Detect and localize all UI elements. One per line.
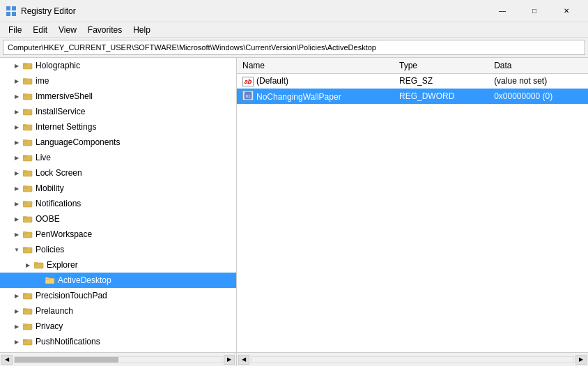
expand-icon[interactable]: ▶ bbox=[11, 293, 22, 299]
minimize-button[interactable]: — bbox=[486, 0, 518, 22]
folder-icon bbox=[22, 107, 33, 116]
tree-item-label: Lock Screen bbox=[36, 168, 82, 178]
folder-icon bbox=[22, 137, 33, 147]
svg-rect-27 bbox=[23, 170, 26, 171]
app-icon bbox=[6, 6, 17, 17]
right-hscroll[interactable]: ◀ ▶ bbox=[237, 353, 588, 366]
svg-rect-48 bbox=[45, 277, 49, 279]
tree-item-label: Holographic bbox=[36, 61, 80, 70]
address-text: Computer\HKEY_CURRENT_USER\SOFTWARE\Micr… bbox=[8, 43, 376, 52]
folder-icon bbox=[22, 306, 33, 316]
registry-table: Name Type Data ab(Default) REG_SZ (value… bbox=[237, 58, 588, 104]
expand-icon[interactable]: ▶ bbox=[22, 262, 33, 268]
tree-item-label: Prelaunch bbox=[36, 306, 73, 316]
tree-item-label: Policies bbox=[36, 245, 64, 254]
expand-icon[interactable]: ▶ bbox=[11, 93, 22, 100]
tree-item[interactable]: ▶ Holographic bbox=[0, 58, 236, 73]
tree-item[interactable]: ActiveDesktop bbox=[0, 273, 236, 288]
folder-icon bbox=[22, 321, 33, 331]
svg-rect-30 bbox=[23, 185, 26, 187]
menu-view[interactable]: View bbox=[53, 24, 82, 36]
registry-row[interactable]: 01 NoChangingWallPaper REG_DWORD 0x00000… bbox=[237, 89, 588, 104]
tree-item[interactable]: ▼ Policies bbox=[0, 242, 236, 257]
tree-hscrollbar[interactable] bbox=[14, 356, 222, 363]
folder-icon bbox=[22, 291, 33, 300]
bottom-bar: ◀ ▶ ◀ ▶ bbox=[0, 352, 588, 366]
expand-icon[interactable]: ▶ bbox=[11, 201, 22, 207]
col-type: Type bbox=[394, 58, 488, 73]
expand-icon[interactable]: ▶ bbox=[11, 185, 22, 192]
collapse-icon[interactable]: ▼ bbox=[11, 247, 22, 253]
right-scroll-left-btn[interactable]: ◀ bbox=[238, 355, 249, 365]
window-controls: — □ ✕ bbox=[486, 0, 582, 22]
tree-item[interactable]: ▶ InstallService bbox=[0, 104, 236, 119]
svg-rect-54 bbox=[23, 308, 26, 310]
tree-item[interactable]: ▶ Internet Settings bbox=[0, 119, 236, 135]
svg-rect-9 bbox=[23, 78, 26, 79]
tree-item[interactable]: ▶ LanguageComponents bbox=[0, 135, 236, 150]
tree-item[interactable]: ▶ Notifications bbox=[0, 196, 236, 211]
svg-rect-42 bbox=[23, 247, 26, 248]
svg-rect-0 bbox=[6, 6, 10, 10]
col-name: Name bbox=[237, 58, 394, 73]
folder-icon bbox=[22, 214, 33, 224]
svg-rect-2 bbox=[6, 12, 10, 16]
close-button[interactable]: ✕ bbox=[550, 0, 582, 22]
tree-item[interactable]: ▶ Explorer bbox=[0, 257, 236, 273]
expand-icon[interactable]: ▶ bbox=[11, 308, 22, 314]
scroll-left-btn[interactable]: ◀ bbox=[1, 355, 13, 365]
folder-icon bbox=[22, 91, 33, 101]
tree-item-label: ImmersiveShell bbox=[36, 91, 93, 101]
reg-data: (value not set) bbox=[488, 73, 588, 89]
folder-icon bbox=[22, 337, 33, 346]
reg-name: 01 NoChangingWallPaper bbox=[237, 89, 394, 104]
expand-icon[interactable]: ▶ bbox=[11, 124, 22, 130]
scroll-right-btn[interactable]: ▶ bbox=[224, 355, 235, 365]
menu-file[interactable]: File bbox=[3, 24, 27, 36]
folder-icon bbox=[22, 153, 33, 162]
reg-type-icon: ab bbox=[242, 77, 254, 86]
expand-icon[interactable]: ▶ bbox=[11, 339, 22, 345]
menu-edit[interactable]: Edit bbox=[27, 24, 53, 36]
tree-item-label: InstallService bbox=[36, 107, 85, 116]
menu-help[interactable]: Help bbox=[127, 24, 156, 36]
tree-item[interactable]: ▶ PenWorkspace bbox=[0, 227, 236, 242]
tree-item[interactable]: ▶ Live bbox=[0, 150, 236, 165]
tree-item-label: Live bbox=[36, 153, 51, 162]
menu-favorites[interactable]: Favorites bbox=[82, 24, 127, 36]
tree-item[interactable]: ▶ Mobility bbox=[0, 181, 236, 196]
svg-rect-15 bbox=[23, 109, 26, 110]
expand-icon[interactable]: ▶ bbox=[11, 63, 22, 69]
tree-item[interactable]: ▶ OOBE bbox=[0, 211, 236, 227]
reg-name: ab(Default) bbox=[237, 73, 394, 89]
tree-item[interactable]: ▶ PrecisionTouchPad bbox=[0, 288, 236, 303]
expand-icon[interactable]: ▶ bbox=[11, 170, 22, 176]
tree-item[interactable]: ▶ PushNotifications bbox=[0, 334, 236, 349]
svg-rect-60 bbox=[23, 339, 26, 340]
expand-icon[interactable]: ▶ bbox=[11, 109, 22, 115]
right-panel: Name Type Data ab(Default) REG_SZ (value… bbox=[237, 58, 588, 352]
expand-icon[interactable]: ▶ bbox=[11, 231, 22, 238]
expand-icon[interactable]: ▶ bbox=[11, 78, 22, 84]
svg-rect-18 bbox=[23, 124, 26, 125]
registry-row[interactable]: ab(Default) REG_SZ (value not set) bbox=[237, 73, 588, 89]
expand-icon[interactable]: ▶ bbox=[11, 155, 22, 161]
maximize-button[interactable]: □ bbox=[518, 0, 550, 22]
right-scroll-right-btn[interactable]: ▶ bbox=[575, 355, 587, 365]
tree-item[interactable]: ▶ ImmersiveShell bbox=[0, 89, 236, 104]
tree-hscroll[interactable]: ◀ ▶ bbox=[0, 353, 237, 366]
expand-icon[interactable]: ▶ bbox=[11, 216, 22, 222]
tree-item[interactable]: ▶ ime bbox=[0, 73, 236, 89]
folder-icon bbox=[33, 260, 45, 270]
address-bar[interactable]: Computer\HKEY_CURRENT_USER\SOFTWARE\Micr… bbox=[3, 40, 585, 55]
folder-icon bbox=[45, 275, 56, 285]
tree-item[interactable]: ▶ Privacy bbox=[0, 319, 236, 334]
tree-scroll[interactable]: ▶ Holographic▶ ime▶ ImmersiveShell▶ Inst… bbox=[0, 58, 236, 352]
expand-icon[interactable]: ▶ bbox=[11, 323, 22, 330]
tree-item[interactable]: ▶ Prelaunch bbox=[0, 303, 236, 319]
tree-item[interactable]: ▶ Lock Screen bbox=[0, 165, 236, 181]
reg-data: 0x00000000 (0) bbox=[488, 89, 588, 104]
expand-icon[interactable]: ▶ bbox=[11, 139, 22, 146]
right-hscrollbar[interactable] bbox=[251, 356, 574, 363]
tree-panel: ▶ Holographic▶ ime▶ ImmersiveShell▶ Inst… bbox=[0, 58, 237, 352]
